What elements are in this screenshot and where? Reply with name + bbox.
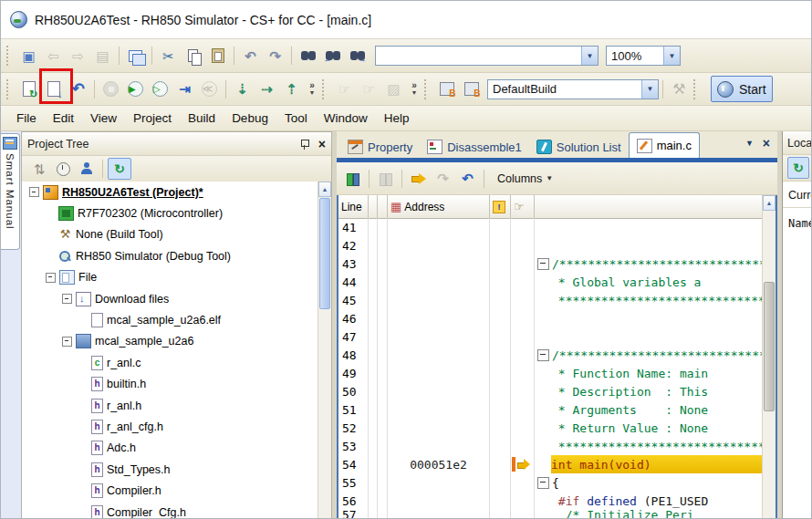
tree-item[interactable]: RH850 Simulator (Debug Tool) (22, 245, 331, 266)
tree-item[interactable]: hAdc.h (22, 438, 331, 459)
build-mode-icon[interactable] (435, 78, 458, 100)
code-cell[interactable]: * Arguments : None (535, 400, 763, 419)
toolbar-overflow-button[interactable]: »▼ (306, 78, 318, 101)
start-button[interactable]: Start (711, 76, 773, 102)
restart-icon[interactable]: ⇥ (173, 78, 196, 100)
toolbar-grip[interactable] (6, 46, 13, 66)
scrollbar-thumb[interactable] (319, 198, 330, 309)
tab-main-c[interactable]: main.c (629, 132, 700, 158)
code-cell[interactable] (535, 236, 763, 254)
code-text[interactable]: * Function Name: main (551, 364, 763, 382)
code-text[interactable] (551, 327, 763, 346)
paste-icon[interactable] (206, 45, 229, 67)
window-icon[interactable]: ▣ (17, 45, 40, 67)
search-combobox[interactable]: ▼ (375, 46, 599, 66)
user-icon[interactable] (76, 159, 98, 179)
code-text[interactable] (551, 218, 763, 236)
code-text[interactable]: /* Initialize Peri (551, 510, 763, 519)
code-cell[interactable]: #if defined (PE1_USED (535, 492, 763, 510)
fold-expander-icon[interactable] (537, 349, 549, 361)
tree-item[interactable]: R7F702302 (Microcontroller) (22, 202, 331, 223)
code-cell[interactable] (535, 309, 763, 327)
watch-registers-icon[interactable] (341, 167, 364, 190)
code-cell[interactable]: /* Initialize Peri (535, 510, 763, 519)
tree-item[interactable]: hr_anl.h (22, 395, 331, 416)
project-tree-scrollbar[interactable]: ▲ (318, 182, 331, 519)
code-text[interactable]: ****************************** (551, 437, 763, 455)
toolbar-grip[interactable] (322, 79, 328, 99)
tree-item[interactable]: RH850U2A6Test (Project)* (22, 182, 331, 202)
rebuild-mode-icon[interactable] (460, 78, 483, 100)
tree-item[interactable]: mcal_sample_u2a6 (22, 331, 331, 352)
tree-item[interactable]: hr_anl_cfg.h (22, 416, 331, 437)
redo-icon[interactable]: ↷ (264, 45, 286, 67)
code-text[interactable] (551, 236, 763, 254)
collapse-expander-icon[interactable] (46, 273, 56, 283)
step-return-icon[interactable]: ⇡ (280, 78, 303, 100)
code-text[interactable]: * Arguments : None (551, 400, 763, 419)
code-text[interactable]: * Description : This (551, 382, 763, 400)
chevron-down-icon[interactable]: ▼ (663, 47, 680, 65)
back-position-icon[interactable]: ↶ (456, 167, 479, 190)
highlighted-code-line[interactable]: int main(void) (551, 455, 763, 473)
tree-item[interactable]: hStd_Types.h (22, 459, 331, 480)
zoom-combobox[interactable]: 100% ▼ (606, 46, 681, 66)
code-cell[interactable]: ****************************** (535, 437, 763, 455)
code-cell[interactable]: * Function Name: main (535, 364, 763, 382)
code-cell[interactable]: int main(void) (535, 455, 763, 473)
sort-icon[interactable]: ⇅ (28, 159, 50, 179)
ignore-break-go-icon[interactable]: ▷ (149, 78, 172, 100)
code-cell[interactable]: /****************************** (535, 254, 763, 273)
menu-file[interactable]: File (8, 108, 45, 129)
code-cell[interactable]: * Description : This (535, 382, 763, 400)
toolbar-grip[interactable] (424, 79, 431, 99)
code-text[interactable]: { (552, 473, 763, 492)
fold-expander-icon[interactable] (537, 477, 549, 489)
tree-item[interactable]: hCompiler.h (22, 480, 331, 501)
editor-scrollbar[interactable]: ▲ (762, 195, 776, 519)
tree-item[interactable]: ⚒None (Build Tool) (22, 224, 331, 245)
menu-view[interactable]: View (82, 108, 125, 129)
code-cell[interactable]: * Global variables a (535, 273, 763, 291)
step-in-icon[interactable]: ⇣ (231, 78, 254, 100)
toolbar-overflow-button[interactable]: »▼ (408, 78, 421, 101)
step-over-icon[interactable]: ⇢ (255, 78, 278, 100)
collapse-expander-icon[interactable] (29, 187, 39, 197)
tab-list-dropdown-icon[interactable]: ▼ (745, 139, 754, 148)
tree-item[interactable]: mcal_sample_u2a6.elf (22, 309, 331, 330)
menu-window[interactable]: Window (316, 108, 376, 129)
cascade-windows-icon[interactable] (124, 45, 147, 67)
code-cell[interactable] (535, 327, 763, 346)
code-cell[interactable]: { (535, 473, 763, 492)
pin-icon[interactable] (298, 138, 311, 151)
collapse-expander-icon[interactable] (62, 294, 72, 304)
smart-manual-tab[interactable]: Smart Manual (1, 133, 20, 250)
scroll-up-button[interactable]: ▲ (318, 182, 331, 197)
go-icon[interactable]: ▶ (124, 78, 147, 100)
menu-build[interactable]: Build (180, 108, 224, 129)
menu-tool[interactable]: Tool (276, 108, 316, 129)
menu-edit[interactable]: Edit (45, 108, 82, 129)
tab-disassemble1[interactable]: Disassemble1 (420, 136, 529, 158)
code-text[interactable]: /****************************** (552, 346, 763, 364)
refresh-icon[interactable]: ↻ (787, 157, 809, 179)
jump-to-function-icon[interactable] (407, 167, 430, 190)
tab-solution-list[interactable]: Solution List (529, 136, 629, 158)
menu-debug[interactable]: Debug (224, 108, 276, 129)
find-icon[interactable] (297, 45, 319, 67)
build-mode-combobox[interactable]: DefaultBuild ▼ (487, 79, 659, 99)
code-text[interactable] (551, 309, 763, 327)
chevron-down-icon[interactable]: ▼ (581, 47, 598, 65)
copy-icon[interactable] (182, 45, 204, 67)
find-previous-icon[interactable]: ← (321, 45, 344, 67)
tree-item[interactable]: hCompiler_Cfg.h (22, 502, 331, 519)
clock-icon[interactable] (52, 159, 74, 179)
find-next-icon[interactable]: → (346, 45, 369, 67)
code-cell[interactable]: ****************************** (535, 291, 763, 309)
code-text[interactable]: #if defined (PE1_USED (551, 492, 763, 510)
tab-property[interactable]: Property (340, 136, 420, 158)
code-cell[interactable] (535, 218, 763, 236)
undo-icon[interactable]: ↶ (239, 45, 262, 67)
code-text[interactable]: * Return Value : None (551, 419, 763, 437)
chevron-down-icon[interactable]: ▼ (641, 80, 658, 99)
